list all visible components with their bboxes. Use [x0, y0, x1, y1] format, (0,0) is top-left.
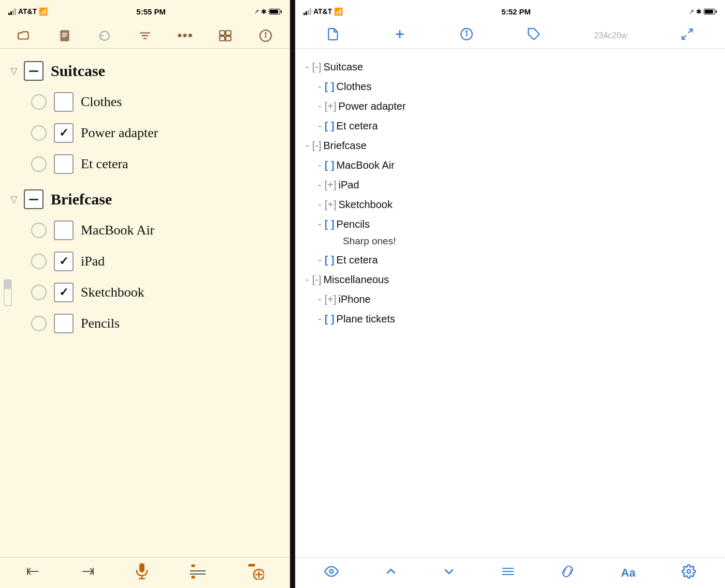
clothes-radio[interactable] — [31, 94, 47, 110]
wifi-icon-left: 📶 — [39, 7, 48, 16]
outline-ipad[interactable]: - [+] iPad — [306, 175, 715, 195]
sketchbook-radio[interactable] — [31, 285, 47, 300]
briefcase-group-header[interactable]: ▽ Briefcase — [0, 185, 290, 213]
sketchbook-checkbox[interactable]: ✓ — [54, 283, 74, 302]
power-adapter-checkbox[interactable]: ✓ — [54, 123, 74, 143]
refresh-icon[interactable] — [95, 26, 114, 45]
clothes-checkbox[interactable] — [54, 92, 74, 112]
status-bar-right: AT&T 📶 5:52 PM ↗ ✱ — [295, 0, 725, 23]
bracket-clothes: [ ] — [325, 79, 335, 94]
font-button[interactable]: Aa — [621, 566, 635, 580]
dash-briefcase: - — [306, 138, 309, 153]
add-button-right[interactable] — [393, 27, 407, 44]
bracket-iphone: [+] — [325, 291, 337, 307]
power-adapter-item[interactable]: ✓ Power adapter — [0, 118, 290, 148]
settings-button[interactable] — [682, 564, 696, 582]
location-icon-left: ↗ — [254, 8, 259, 15]
briefcase-dash-icon — [29, 199, 38, 200]
outline-briefcase[interactable]: - [-] Briefcase — [306, 136, 715, 155]
et-cetera-suitcase-item[interactable]: Et cetera — [0, 149, 290, 179]
location-icon-right: ↗ — [689, 8, 694, 15]
outline-etcetera-briefcase[interactable]: - [ ] Et cetera — [306, 250, 715, 270]
ipad-checkbox[interactable]: ✓ — [54, 252, 74, 271]
wifi-icon-right: 📶 — [334, 7, 343, 16]
briefcase-label: Briefcase — [51, 190, 112, 208]
outline-macbook[interactable]: - [ ] MacBook Air — [306, 155, 715, 175]
outline-iphone[interactable]: - [+] iPhone — [306, 289, 715, 309]
macbook-label: MacBook Air — [81, 223, 154, 238]
ipad-radio[interactable] — [31, 254, 47, 269]
pencils-checkbox[interactable] — [54, 314, 74, 333]
carrier-right: AT&T — [313, 7, 332, 16]
text-iphone: iPhone — [338, 291, 370, 307]
svg-rect-7 — [220, 31, 225, 35]
info-button-right[interactable] — [460, 27, 473, 44]
list-style-button[interactable] — [189, 564, 207, 582]
clothes-label: Clothes — [81, 94, 122, 110]
toolbar-left: ••• — [0, 23, 290, 49]
suitcase-group-checkbox[interactable] — [24, 61, 44, 81]
text-power-adapter: Power adapter — [338, 98, 405, 114]
sidebar-indicator — [3, 277, 12, 311]
power-adapter-checkmark: ✓ — [59, 126, 68, 140]
outline-miscellaneous[interactable]: - [-] Miscellaneous — [306, 270, 715, 289]
outline-sketchbook[interactable]: - [+] Sketchbook — [306, 195, 715, 214]
power-adapter-radio[interactable] — [31, 125, 47, 141]
microphone-button[interactable] — [134, 562, 150, 583]
pencils-item[interactable]: Pencils — [0, 308, 290, 339]
svg-point-39 — [330, 569, 334, 573]
pencils-radio[interactable] — [31, 316, 47, 331]
clothes-item[interactable]: Clothes — [0, 87, 290, 117]
briefcase-group-checkbox[interactable] — [24, 189, 44, 209]
layout-icon[interactable] — [216, 26, 235, 45]
panel-divider — [290, 0, 295, 588]
dash-miscellaneous: - — [306, 272, 309, 287]
svg-rect-1 — [62, 33, 67, 34]
bracket-power-adapter: [+] — [325, 98, 337, 114]
link-button[interactable] — [560, 566, 575, 580]
down-button[interactable] — [443, 565, 455, 581]
fullscreen-button[interactable] — [680, 27, 694, 44]
macbook-radio[interactable] — [31, 223, 47, 238]
right-panel: AT&T 📶 5:52 PM ↗ ✱ — [295, 0, 725, 588]
svg-rect-20 — [139, 563, 144, 572]
bluetooth-icon-left: ✱ — [261, 8, 267, 16]
macbook-item[interactable]: MacBook Air — [0, 215, 290, 245]
battery-icon-left — [269, 9, 282, 14]
svg-line-37 — [688, 29, 692, 33]
new-document-button[interactable] — [326, 27, 340, 44]
ipad-item[interactable]: ✓ iPad — [0, 246, 290, 276]
filter-icon[interactable] — [136, 26, 154, 45]
bracket-macbook: [ ] — [325, 157, 335, 173]
folder-icon[interactable] — [15, 26, 34, 45]
prev-button[interactable] — [26, 566, 40, 580]
pencils-label: Pencils — [81, 316, 120, 331]
status-icons-right: ↗ ✱ — [689, 8, 717, 16]
up-button[interactable] — [385, 565, 397, 581]
outline-etcetera-suitcase[interactable]: - [ ] Et cetera — [306, 116, 715, 136]
tag-button[interactable] — [527, 27, 541, 44]
add-item-button[interactable] — [247, 562, 264, 583]
ipad-checkmark: ✓ — [59, 255, 68, 268]
outline-pencils[interactable]: - [ ] Pencils — [306, 214, 715, 234]
macbook-checkbox[interactable] — [54, 220, 74, 240]
info-icon-left[interactable] — [256, 26, 275, 45]
outline-suitcase[interactable]: - [-] Suitcase — [306, 57, 715, 77]
et-cetera-suitcase-radio[interactable] — [31, 156, 47, 172]
svg-rect-3 — [62, 36, 66, 37]
text-miscellaneous: Miscellaneous — [323, 272, 389, 287]
outline-clothes[interactable]: - [ ] Clothes — [306, 77, 715, 96]
next-button[interactable] — [80, 566, 95, 580]
status-carrier-left: AT&T 📶 — [8, 7, 48, 16]
outline-power-adapter[interactable]: - [+] Power adapter — [306, 96, 715, 116]
outline-plane-tickets[interactable]: - [ ] Plane tickets — [306, 309, 715, 329]
document-icon[interactable] — [55, 26, 74, 45]
menu-button[interactable] — [501, 566, 515, 580]
pencils-note-text: Sharp ones! — [343, 234, 396, 249]
eye-button[interactable] — [324, 566, 339, 580]
sketchbook-item[interactable]: ✓ Sketchbook — [0, 277, 290, 307]
et-cetera-suitcase-checkbox[interactable] — [54, 154, 74, 174]
suitcase-group-header[interactable]: ▽ Suitcase — [0, 57, 290, 85]
more-icon[interactable]: ••• — [176, 26, 195, 45]
bracket-briefcase: [-] — [312, 138, 322, 153]
